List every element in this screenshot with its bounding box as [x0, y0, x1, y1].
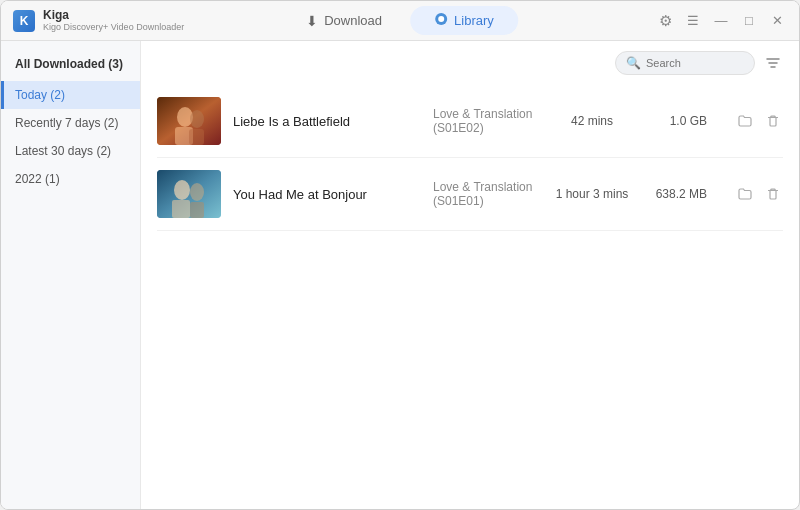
svg-rect-11	[172, 200, 190, 218]
video-thumbnail-2	[157, 170, 221, 218]
download-tab-label: Download	[324, 13, 382, 28]
svg-rect-12	[190, 202, 204, 218]
library-tab-icon	[434, 12, 448, 29]
svg-point-4	[190, 110, 204, 128]
video-item: You Had Me at Bonjour Love & Translation…	[157, 158, 783, 231]
search-input[interactable]	[646, 57, 744, 69]
video-actions-2	[735, 184, 783, 204]
video-duration-1: 42 mins	[547, 114, 637, 128]
maximize-icon: □	[745, 13, 753, 28]
app-icon: K	[13, 10, 35, 32]
titlebar: K Kiga Kigo Discovery+ Video Downloader …	[1, 1, 799, 41]
svg-rect-6	[189, 129, 204, 145]
close-icon: ✕	[772, 13, 783, 28]
svg-rect-7	[770, 117, 776, 126]
maximize-button[interactable]: □	[739, 11, 759, 31]
video-title-1: Liebe Is a Battlefield	[233, 114, 433, 129]
delete-button-2[interactable]	[763, 184, 783, 204]
folder-icon	[737, 113, 753, 129]
search-icon: 🔍	[626, 56, 641, 70]
sidebar-item-7days[interactable]: Recently 7 days (2)	[1, 109, 140, 137]
menu-icon: ☰	[687, 13, 699, 28]
tab-library[interactable]: Library	[410, 6, 518, 35]
video-info-2: You Had Me at Bonjour Love & Translation…	[233, 180, 707, 208]
video-thumbnail-1	[157, 97, 221, 145]
minimize-button[interactable]: —	[711, 11, 731, 31]
video-series-1: Love & Translation (S01E02)	[433, 107, 547, 135]
tab-download[interactable]: ⬇ Download	[282, 7, 406, 35]
filter-icon	[765, 55, 781, 71]
svg-point-9	[174, 180, 190, 200]
video-actions-1	[735, 111, 783, 131]
svg-rect-13	[770, 190, 776, 199]
svg-point-1	[438, 16, 444, 22]
sidebar-header: All Downloaded (3)	[1, 57, 140, 81]
svg-point-10	[190, 183, 204, 201]
content-area: 🔍	[141, 41, 799, 509]
close-button[interactable]: ✕	[767, 11, 787, 31]
video-size-1: 1.0 GB	[637, 114, 707, 128]
sidebar-item-2022[interactable]: 2022 (1)	[1, 165, 140, 193]
open-folder-button-1[interactable]	[735, 111, 755, 131]
app-title-block: Kiga Kigo Discovery+ Video Downloader	[43, 8, 184, 33]
app-name: Kiga	[43, 8, 184, 22]
content-toolbar: 🔍	[141, 41, 799, 85]
window-controls: ⚙ ☰ — □ ✕	[655, 11, 787, 31]
folder-icon	[737, 186, 753, 202]
sidebar-item-30days[interactable]: Latest 30 days (2)	[1, 137, 140, 165]
video-size-2: 638.2 MB	[637, 187, 707, 201]
search-box: 🔍	[615, 51, 755, 75]
delete-icon	[765, 113, 781, 129]
items-list: Liebe Is a Battlefield Love & Translatio…	[141, 85, 799, 509]
delete-icon	[765, 186, 781, 202]
nav-tabs: ⬇ Download Library	[282, 6, 518, 35]
library-tab-label: Library	[454, 13, 494, 28]
sidebar: All Downloaded (3) Today (2) Recently 7 …	[1, 41, 141, 509]
open-folder-button-2[interactable]	[735, 184, 755, 204]
sidebar-item-today[interactable]: Today (2)	[1, 81, 140, 109]
delete-button-1[interactable]	[763, 111, 783, 131]
app-window: K Kiga Kigo Discovery+ Video Downloader …	[0, 0, 800, 510]
video-item: Liebe Is a Battlefield Love & Translatio…	[157, 85, 783, 158]
app-subtitle: Kigo Discovery+ Video Downloader	[43, 22, 184, 33]
video-series-2: Love & Translation (S01E01)	[433, 180, 547, 208]
settings-button[interactable]: ⚙	[655, 11, 675, 31]
minimize-icon: —	[715, 13, 728, 28]
settings-icon: ⚙	[659, 12, 672, 30]
download-tab-icon: ⬇	[306, 13, 318, 29]
video-info-1: Liebe Is a Battlefield Love & Translatio…	[233, 107, 707, 135]
main-content: All Downloaded (3) Today (2) Recently 7 …	[1, 41, 799, 509]
menu-button[interactable]: ☰	[683, 11, 703, 31]
video-duration-2: 1 hour 3 mins	[547, 187, 637, 201]
filter-button[interactable]	[763, 53, 783, 73]
video-title-2: You Had Me at Bonjour	[233, 187, 433, 202]
